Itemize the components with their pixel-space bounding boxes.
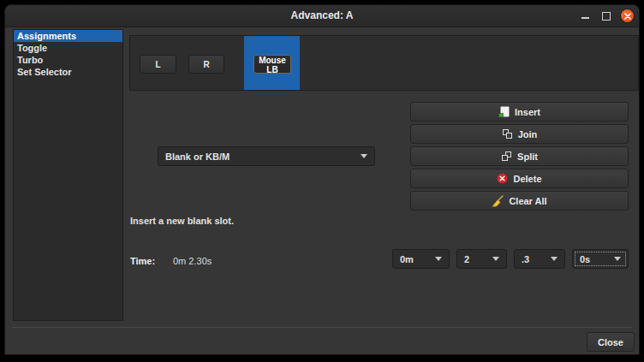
time-seconds-value: 2 xyxy=(464,254,487,264)
clear-all-icon xyxy=(492,195,504,207)
time-centiseconds-dropdown[interactable]: 0s xyxy=(572,249,629,269)
maximize-icon xyxy=(602,12,611,21)
delete-button-label: Delete xyxy=(513,174,541,184)
advanced-dialog-window: Advanced: A Assignments Toggle Turbo Set… xyxy=(4,4,640,355)
chevron-down-icon xyxy=(361,154,367,158)
insert-button[interactable]: Insert xyxy=(410,102,629,122)
minimize-button[interactable] xyxy=(578,9,592,23)
window-controls xyxy=(578,5,634,27)
split-button-label: Split xyxy=(517,151,538,162)
clear-all-button-label: Clear All xyxy=(509,196,546,206)
selected-slot-highlight: Mouse LB xyxy=(244,36,300,90)
time-value: 0m 2.30s xyxy=(173,256,212,266)
time-deciseconds-dropdown[interactable]: .3 xyxy=(514,249,565,269)
footer-separator xyxy=(12,327,632,328)
sidebar-item-turbo[interactable]: Turbo xyxy=(14,54,122,66)
time-minutes-value: 0m xyxy=(400,254,430,264)
category-list: Assignments Toggle Turbo Set Selector xyxy=(13,29,123,321)
slot-button-l[interactable]: L xyxy=(140,55,176,74)
delete-icon xyxy=(497,173,508,184)
sidebar-item-toggle[interactable]: Toggle xyxy=(14,42,122,54)
chevron-down-icon xyxy=(551,257,558,261)
join-button-label: Join xyxy=(518,129,538,139)
close-button[interactable]: Close xyxy=(587,332,635,352)
sidebar-item-set-selector[interactable]: Set Selector xyxy=(14,66,122,78)
time-label: Time: xyxy=(130,256,155,266)
join-button[interactable]: Join xyxy=(410,124,629,144)
slot-description: Insert a new blank slot. xyxy=(130,216,234,226)
maximize-button[interactable] xyxy=(599,9,613,23)
slot-button-mouse-lb[interactable]: Mouse LB xyxy=(253,55,291,74)
titlebar[interactable]: Advanced: A xyxy=(5,5,639,27)
delete-button[interactable]: Delete xyxy=(410,169,629,188)
time-minutes-dropdown[interactable]: 0m xyxy=(392,249,450,269)
join-icon xyxy=(502,128,513,139)
insert-icon xyxy=(498,106,510,117)
chevron-down-icon xyxy=(435,257,442,261)
slot-strip: L R Mouse LB xyxy=(129,35,639,91)
minimize-icon xyxy=(581,17,589,19)
assignment-type-dropdown[interactable]: Blank or KB/M xyxy=(158,146,375,166)
insert-button-label: Insert xyxy=(515,107,540,117)
close-icon xyxy=(624,13,631,20)
sidebar-item-assignments[interactable]: Assignments xyxy=(14,30,122,42)
assignment-type-value: Blank or KB/M xyxy=(165,151,355,162)
time-centiseconds-value: 0s xyxy=(580,254,609,264)
close-window-button[interactable] xyxy=(621,9,634,22)
split-icon xyxy=(501,151,512,162)
clear-all-button[interactable]: Clear All xyxy=(410,191,629,211)
desktop-background: Advanced: A Assignments Toggle Turbo Set… xyxy=(0,0,644,362)
slot-button-r[interactable]: R xyxy=(188,55,224,74)
window-title: Advanced: A xyxy=(5,5,639,27)
time-seconds-dropdown[interactable]: 2 xyxy=(456,249,507,269)
time-deciseconds-value: .3 xyxy=(522,254,546,264)
chevron-down-icon xyxy=(492,257,499,261)
chevron-down-icon xyxy=(614,257,621,261)
split-button[interactable]: Split xyxy=(410,146,629,166)
